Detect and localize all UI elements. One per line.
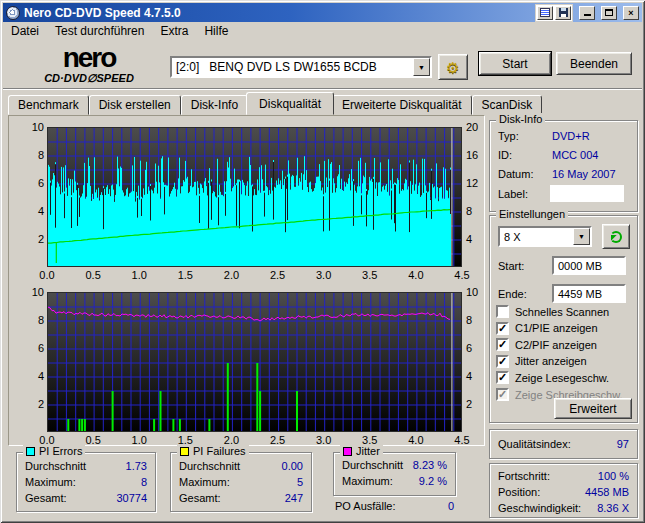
speed-select-arrow[interactable]: ▼: [573, 228, 590, 245]
quit-button[interactable]: Beenden: [556, 52, 632, 75]
progress-group: Fortschritt: 100 % Position: 4458 MB Ges…: [489, 463, 638, 518]
advanced-button[interactable]: Erweitert: [554, 398, 632, 419]
pi-failures-title: PI Failures: [193, 445, 246, 457]
pi-errors-title: PI Errors: [39, 445, 82, 457]
checkbox-jitter-anzeigen[interactable]: ✓Jitter anzeigen: [496, 354, 587, 369]
maximize-button[interactable]: [601, 6, 617, 20]
axis-tick-label: 2: [24, 398, 44, 410]
close-button[interactable]: ×: [623, 6, 639, 20]
menu-extra[interactable]: Extra: [152, 23, 196, 39]
toolbar-divider: [3, 88, 642, 90]
tab-erweiterte-diskqualitaet[interactable]: Erweiterte Diskqualität: [332, 95, 471, 115]
jitter-color-swatch: [343, 447, 352, 456]
pif-avg-label: Durchschnitt: [179, 460, 240, 475]
checkbox-box[interactable]: ✓: [496, 355, 509, 368]
checkbox-box[interactable]: ✓: [496, 322, 509, 335]
axis-tick-label: 1.0: [126, 434, 152, 446]
drive-select-arrow[interactable]: ▼: [413, 58, 430, 76]
quality-index-group: Qualitätsindex: 97: [489, 429, 638, 459]
pie-total-value: 30774: [116, 492, 147, 507]
axis-tick-label: 0.0: [34, 434, 60, 446]
tab-scandisk[interactable]: ScanDisk: [472, 95, 543, 115]
progress-label: Fortschritt:: [498, 470, 550, 485]
pi-errors-color-swatch: [26, 447, 35, 456]
jitter-max-label: Maximum:: [342, 475, 393, 490]
axis-tick-label: 3.5: [357, 269, 383, 281]
menu-hilfe[interactable]: Hilfe: [196, 23, 236, 39]
axis-tick-label: 4.0: [403, 269, 429, 281]
po-failures-label: PO Ausfälle:: [335, 500, 396, 512]
axis-tick-label: 2.5: [265, 434, 291, 446]
chevron-down-icon: ▼: [418, 64, 425, 71]
checkbox-c2-pif-anzeigen[interactable]: ✓C2/PIF anzeigen: [496, 337, 597, 352]
axis-tick-label: 2: [466, 398, 486, 410]
axis-tick-label: 8: [24, 149, 44, 161]
axis-tick-label: 10: [24, 121, 44, 133]
axis-tick-label: 4.5: [449, 269, 475, 281]
disk-label-field: [550, 185, 624, 202]
menu-test-durchfuehren[interactable]: Test durchführen: [47, 23, 152, 39]
tab-strip: Benchmark Disk erstellen Disk-Info Diskq…: [8, 92, 542, 115]
jitter-pif-chart: [47, 292, 462, 432]
axis-tick-label: 6: [24, 177, 44, 189]
menu-bar: Datei Test durchführen Extra Hilfe: [3, 22, 642, 40]
jitter-title: Jitter: [356, 445, 380, 457]
checkbox-c1-pie-anzeigen[interactable]: ✓C1/PIE anzeigen: [496, 321, 598, 336]
start-button[interactable]: Start: [479, 52, 551, 75]
gears-icon: ⚙: [446, 60, 459, 75]
checkbox-box[interactable]: ✓: [496, 338, 509, 351]
tab-diskqualitaet[interactable]: Diskqualität: [246, 92, 334, 115]
po-failures-row: PO Ausfälle: 0: [333, 500, 456, 512]
checkbox-box: ✓: [496, 388, 509, 401]
drive-action-button[interactable]: ⚙: [438, 54, 468, 80]
report-button[interactable]: [537, 6, 553, 20]
checkbox-label: C2/PIF anzeigen: [515, 339, 597, 351]
nero-logo: nero CD·DVD∅SPEED: [10, 44, 168, 84]
axis-tick-label: 4: [466, 233, 486, 245]
pi-failures-group: PI Failures Durchschnitt0.00 Maximum:5 G…: [170, 452, 312, 512]
scan-start-input[interactable]: 0000 MB: [552, 256, 626, 275]
drive-select[interactable]: [2:0] BENQ DVD LS DW1655 BCDB ▼: [170, 56, 432, 78]
checkbox-label: C1/PIE anzeigen: [515, 322, 598, 334]
tab-benchmark[interactable]: Benchmark: [8, 95, 89, 115]
settings-group: Einstellungen 8 X ▼ Start: 0000 MB Ende:…: [489, 215, 638, 423]
jitter-avg-label: Durchschnitt: [342, 459, 403, 474]
checkbox-box[interactable]: [496, 305, 509, 318]
disk-label-label: Label:: [498, 188, 528, 203]
checkbox-zeige-lesegeschw-[interactable]: ✓Zeige Lesegeschw.: [496, 370, 609, 385]
jitter-group: Jitter Durchschnitt8.23 % Maximum:9.2 %: [333, 452, 456, 496]
tab-disk-erstellen[interactable]: Disk erstellen: [89, 95, 181, 115]
pie-max-label: Maximum:: [25, 476, 76, 491]
po-failures-value: 0: [448, 500, 454, 512]
checkbox-label: Zeige Lesegeschw.: [515, 372, 609, 384]
pie-total-label: Gesamt:: [25, 492, 67, 507]
save-results-button[interactable]: [555, 6, 571, 20]
checkbox-schnelles-scannen[interactable]: Schnelles Scannen: [496, 304, 609, 319]
axis-tick-label: 8: [24, 314, 44, 326]
minimize-button[interactable]: [579, 6, 595, 20]
axis-tick-label: 2.0: [218, 269, 244, 281]
axis-tick-label: 4.5: [449, 434, 475, 446]
pie-avg-value: 1.73: [126, 460, 147, 475]
axis-tick-label: 2.5: [265, 269, 291, 281]
speed-select[interactable]: 8 X ▼: [498, 226, 592, 247]
pie-max-value: 8: [141, 476, 147, 491]
menu-datei[interactable]: Datei: [3, 23, 47, 39]
tab-disk-info[interactable]: Disk-Info: [181, 95, 248, 115]
axis-tick-label: 2: [24, 233, 44, 245]
book-icon: [540, 8, 550, 17]
axis-tick-label: 8: [466, 314, 486, 326]
checkbox-box[interactable]: ✓: [496, 371, 509, 384]
axis-tick-label: 10: [466, 286, 486, 298]
axis-tick-label: 1.5: [172, 434, 198, 446]
scan-end-label: Ende:: [498, 288, 527, 300]
axis-tick-label: 4: [466, 370, 486, 382]
refresh-speeds-button[interactable]: [602, 224, 630, 249]
pif-max-value: 5: [297, 476, 303, 491]
axis-tick-label: 8: [466, 205, 486, 217]
axis-tick-label: 0.0: [34, 269, 60, 281]
nero-logo-main: nero: [10, 44, 168, 72]
scan-end-input[interactable]: 4459 MB: [552, 284, 626, 303]
axis-tick-label: 0.5: [80, 269, 106, 281]
drive-select-value: [2:0] BENQ DVD LS DW1655 BCDB: [172, 60, 413, 74]
